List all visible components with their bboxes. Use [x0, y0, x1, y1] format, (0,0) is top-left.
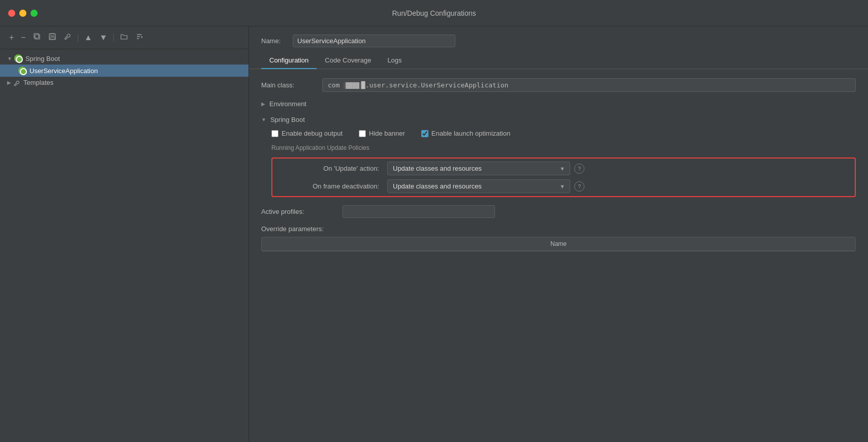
sidebar: + − ▲ ▼ [0, 26, 249, 442]
on-update-dropdown[interactable]: Update classes and resources Do nothing … [387, 162, 570, 175]
tabs-row: Configuration Code Coverage Logs [249, 52, 868, 69]
on-frame-dropdown-container: Update classes and resources Do nothing … [387, 179, 570, 193]
on-frame-row: On frame deactivation: Update classes an… [275, 179, 852, 193]
sidebar-toolbar: + − ▲ ▼ [0, 26, 249, 49]
override-parameters-section: Override parameters: Name [261, 225, 856, 251]
config-content: Main class: com █████.user.service.UserS… [249, 69, 868, 442]
spring-boot-section-header[interactable]: ▼ Spring Boot [261, 116, 856, 123]
environment-section-header[interactable]: ▶ Environment [261, 100, 856, 108]
svg-rect-2 [49, 34, 55, 40]
svg-rect-0 [35, 35, 40, 39]
templates-arrow: ▶ [7, 80, 11, 85]
svg-rect-4 [50, 37, 55, 39]
minimize-button[interactable] [19, 10, 26, 17]
on-frame-label: On frame deactivation: [275, 182, 387, 190]
sidebar-tree: ▼ Spring Boot UserServiceApplication ▶ T… [0, 49, 249, 442]
highlight-box: On 'Update' action: Update classes and r… [271, 157, 856, 197]
environment-label: Environment [269, 100, 306, 108]
active-profiles-label: Active profiles: [261, 208, 343, 215]
window-title: Run/Debug Configurations [392, 9, 476, 17]
close-button[interactable] [8, 10, 15, 17]
wrench-icon[interactable] [61, 31, 74, 44]
spring-boot-checkboxes: Enable debug output Hide banner Enable l… [261, 130, 856, 137]
tab-code-coverage[interactable]: Code Coverage [317, 52, 379, 69]
on-update-help-button[interactable]: ? [574, 164, 584, 174]
on-frame-help-button[interactable]: ? [574, 181, 584, 192]
enable-debug-output-checkbox[interactable] [271, 130, 278, 137]
policies-title: Running Application Update Policies [261, 144, 856, 151]
user-service-icon [18, 67, 26, 75]
window-controls [8, 10, 38, 17]
name-input[interactable] [293, 35, 455, 47]
hide-banner-label: Hide banner [369, 130, 405, 137]
hide-banner-item[interactable]: Hide banner [359, 130, 405, 137]
policies-section: Running Application Update Policies On '… [261, 144, 856, 197]
params-name-header: Name [262, 237, 855, 250]
main-class-row: Main class: com █████.user.service.UserS… [261, 78, 856, 92]
down-icon[interactable]: ▼ [98, 32, 110, 43]
maximize-button[interactable] [30, 10, 38, 17]
tab-logs[interactable]: Logs [379, 52, 410, 69]
sidebar-item-templates[interactable]: ▶ Templates [0, 77, 249, 89]
save-icon[interactable] [46, 31, 58, 44]
enable-launch-optimization-checkbox[interactable] [421, 130, 428, 137]
hide-banner-checkbox[interactable] [359, 130, 366, 137]
main-class-value: com █████.user.service.UserServiceApplic… [322, 78, 856, 92]
on-update-label: On 'Update' action: [275, 165, 387, 172]
title-bar: Run/Debug Configurations [0, 0, 868, 26]
toolbar-divider2 [113, 34, 114, 42]
expand-arrow: ▼ [7, 56, 12, 61]
name-row: Name: [249, 26, 868, 52]
spring-boot-icon [14, 54, 22, 62]
folder-icon[interactable] [118, 31, 130, 44]
spring-boot-arrow: ▼ [261, 117, 266, 122]
main-layout: + − ▲ ▼ [0, 26, 868, 442]
main-class-label: Main class: [261, 81, 322, 89]
copy-icon[interactable] [31, 31, 43, 44]
name-label: Name: [261, 37, 287, 45]
on-update-dropdown-container: Update classes and resources Do nothing … [387, 162, 570, 175]
wrench-icon-templates [13, 79, 20, 87]
params-table-header: Name [262, 237, 855, 251]
active-profiles-row: Active profiles: [261, 205, 856, 218]
enable-launch-optimization-item[interactable]: Enable launch optimization [421, 130, 510, 137]
sidebar-item-spring-boot[interactable]: ▼ Spring Boot [0, 52, 249, 65]
on-update-dropdown-wrapper: Update classes and resources Do nothing … [387, 162, 584, 175]
active-profiles-input[interactable] [343, 205, 495, 218]
up-icon[interactable]: ▲ [82, 32, 95, 43]
sort-icon[interactable] [133, 31, 145, 44]
toolbar-divider [78, 34, 78, 42]
environment-arrow: ▶ [261, 101, 265, 107]
tab-configuration[interactable]: Configuration [261, 52, 317, 69]
enable-debug-output-label: Enable debug output [282, 130, 343, 137]
templates-label: Templates [23, 79, 53, 86]
policies-content: On 'Update' action: Update classes and r… [261, 157, 856, 197]
on-frame-dropdown[interactable]: Update classes and resources Do nothing … [387, 179, 570, 193]
user-service-label: UserServiceApplication [29, 67, 98, 75]
spring-boot-section: ▼ Spring Boot Enable debug output Hide b… [261, 116, 856, 197]
enable-launch-optimization-label: Enable launch optimization [431, 130, 510, 137]
params-table: Name [261, 237, 856, 251]
remove-icon[interactable]: − [19, 32, 27, 43]
spring-boot-section-label: Spring Boot [270, 116, 305, 123]
on-frame-dropdown-wrapper: Update classes and resources Do nothing … [387, 179, 584, 193]
svg-rect-3 [51, 34, 54, 36]
spring-boot-label: Spring Boot [25, 55, 60, 62]
enable-debug-output-item[interactable]: Enable debug output [271, 130, 343, 137]
override-parameters-label: Override parameters: [261, 225, 856, 233]
svg-rect-1 [34, 34, 39, 38]
add-icon[interactable]: + [7, 32, 16, 43]
on-update-row: On 'Update' action: Update classes and r… [275, 162, 852, 175]
content-panel: Name: Configuration Code Coverage Logs M… [249, 26, 868, 442]
sidebar-item-user-service[interactable]: UserServiceApplication [0, 65, 249, 77]
